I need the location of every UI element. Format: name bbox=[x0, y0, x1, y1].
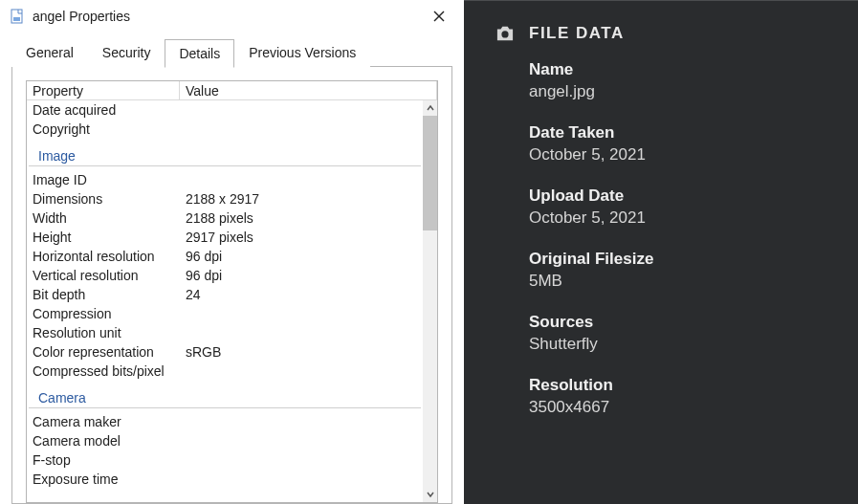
close-button[interactable] bbox=[420, 2, 458, 31]
prop-row[interactable]: Copyright bbox=[27, 120, 423, 139]
prop-value bbox=[180, 100, 423, 120]
prop-label: Copyright bbox=[27, 120, 180, 139]
prop-label: Horizontal resolution bbox=[27, 247, 180, 266]
prop-row[interactable]: Date acquired bbox=[27, 100, 423, 120]
field-original-filesize: Original Filesize 5MB bbox=[529, 250, 827, 292]
tab-details[interactable]: Details bbox=[165, 39, 234, 68]
prop-row[interactable]: Resolution unit bbox=[27, 323, 423, 342]
prop-row[interactable]: Dimensions 2188 x 2917 bbox=[27, 189, 423, 208]
prop-row[interactable]: F-stop bbox=[27, 450, 423, 470]
section-camera: Camera bbox=[29, 381, 421, 408]
tab-previous-versions[interactable]: Previous Versions bbox=[234, 38, 370, 67]
header-value[interactable]: Value bbox=[180, 81, 437, 99]
prop-value bbox=[180, 323, 423, 342]
prop-value bbox=[180, 120, 423, 139]
field-label: Original Filesize bbox=[529, 250, 827, 269]
header-property[interactable]: Property bbox=[27, 81, 180, 99]
titlebar: angel Properties bbox=[0, 0, 464, 33]
prop-row[interactable]: Height 2917 pixels bbox=[27, 228, 423, 247]
field-value: October 5, 2021 bbox=[529, 208, 672, 229]
field-date-taken: Date Taken October 5, 2021 bbox=[529, 123, 827, 165]
prop-value: 2917 pixels bbox=[180, 228, 423, 247]
tab-security[interactable]: Security bbox=[88, 38, 165, 67]
field-name: Name angel.jpg bbox=[529, 60, 827, 102]
prop-label: Exposure time bbox=[27, 470, 180, 489]
prop-value: 2188 x 2917 bbox=[180, 189, 423, 208]
prop-row[interactable]: Exposure time bbox=[27, 470, 423, 489]
tab-general[interactable]: General bbox=[11, 38, 88, 67]
prop-row[interactable]: Bit depth 24 bbox=[27, 285, 423, 304]
prop-value: sRGB bbox=[180, 342, 423, 362]
window-title: angel Properties bbox=[33, 9, 420, 24]
prop-row[interactable]: Image ID bbox=[27, 170, 423, 189]
svg-point-4 bbox=[501, 31, 508, 37]
prop-row[interactable]: Camera model bbox=[27, 431, 423, 450]
prop-value bbox=[180, 304, 423, 323]
prop-label: Camera model bbox=[27, 431, 180, 450]
prop-label: Camera maker bbox=[27, 412, 180, 431]
field-label: Name bbox=[529, 60, 827, 79]
grid-header: Property Value bbox=[27, 81, 437, 100]
field-value: Shutterfly bbox=[529, 334, 672, 355]
prop-value bbox=[180, 450, 423, 470]
prop-row[interactable]: Compression bbox=[27, 304, 423, 323]
field-label: Resolution bbox=[529, 376, 827, 395]
prop-label: Image ID bbox=[27, 170, 180, 189]
close-icon bbox=[433, 11, 445, 22]
details-body: Property Value Date acquired Copyright I… bbox=[11, 67, 452, 504]
prop-label: Color representation bbox=[27, 342, 180, 362]
prop-label: Height bbox=[27, 228, 180, 247]
prop-row[interactable]: Width 2188 pixels bbox=[27, 208, 423, 228]
prop-value: 96 dpi bbox=[180, 266, 423, 285]
prop-label: Compressed bits/pixel bbox=[27, 362, 180, 381]
scrollbar[interactable] bbox=[423, 100, 437, 502]
tab-bar: General Security Details Previous Versio… bbox=[0, 38, 464, 67]
field-value: 3500x4667 bbox=[529, 397, 672, 418]
prop-label: Width bbox=[27, 208, 180, 228]
field-label: Sources bbox=[529, 313, 827, 332]
prop-label: Bit depth bbox=[27, 285, 180, 304]
prop-row[interactable]: Camera maker bbox=[27, 412, 423, 431]
field-upload-date: Upload Date October 5, 2021 bbox=[529, 186, 827, 229]
prop-label: Date acquired bbox=[27, 100, 180, 120]
field-value: 5MB bbox=[529, 271, 672, 292]
prop-label: Resolution unit bbox=[27, 323, 180, 342]
scroll-thumb[interactable] bbox=[423, 116, 437, 230]
scroll-up-icon[interactable] bbox=[423, 100, 437, 116]
field-label: Date Taken bbox=[529, 123, 827, 142]
prop-value: 24 bbox=[180, 285, 423, 304]
section-image: Image bbox=[29, 139, 421, 166]
file-data-header: FILE DATA bbox=[495, 24, 827, 43]
field-sources: Sources Shutterfly bbox=[529, 313, 827, 355]
prop-row[interactable]: Color representation sRGB bbox=[27, 342, 423, 362]
prop-value bbox=[180, 470, 423, 489]
file-image-icon bbox=[10, 9, 25, 24]
prop-label: Vertical resolution bbox=[27, 266, 180, 285]
prop-value bbox=[180, 431, 423, 450]
prop-value: 96 dpi bbox=[180, 247, 423, 266]
camera-icon bbox=[495, 25, 516, 42]
field-resolution: Resolution 3500x4667 bbox=[529, 376, 827, 418]
field-label: Upload Date bbox=[529, 186, 827, 206]
prop-value bbox=[180, 412, 423, 431]
prop-value: 2188 pixels bbox=[180, 208, 423, 228]
properties-window: angel Properties General Security Detail… bbox=[0, 0, 464, 504]
prop-row[interactable]: Horizontal resolution 96 dpi bbox=[27, 247, 423, 266]
prop-row[interactable]: Vertical resolution 96 dpi bbox=[27, 266, 423, 285]
properties-list[interactable]: Date acquired Copyright Image Image ID D… bbox=[27, 100, 423, 502]
prop-row[interactable]: Compressed bits/pixel bbox=[27, 362, 423, 381]
properties-grid: Property Value Date acquired Copyright I… bbox=[26, 80, 438, 503]
file-data-heading: FILE DATA bbox=[529, 24, 625, 43]
prop-value bbox=[180, 170, 423, 189]
prop-label: Compression bbox=[27, 304, 180, 323]
prop-label: F-stop bbox=[27, 450, 180, 470]
file-data-panel: FILE DATA Name angel.jpg Date Taken Octo… bbox=[464, 0, 858, 504]
prop-value bbox=[180, 362, 423, 381]
svg-rect-1 bbox=[13, 17, 20, 21]
field-value: October 5, 2021 bbox=[529, 144, 672, 165]
scroll-down-icon[interactable] bbox=[423, 487, 437, 502]
field-value: angel.jpg bbox=[529, 81, 672, 102]
prop-label: Dimensions bbox=[27, 189, 180, 208]
